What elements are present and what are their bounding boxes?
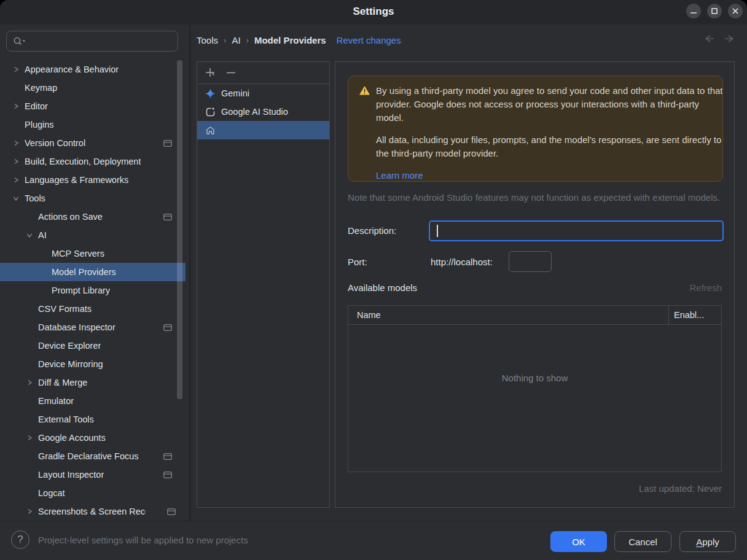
empty-state-text: Nothing to show (348, 373, 721, 383)
window-title: Settings (0, 0, 747, 25)
search-input[interactable] (6, 31, 178, 52)
breadcrumb-ai[interactable]: AI (232, 35, 240, 45)
minus-icon (225, 67, 238, 79)
close-icon (732, 7, 739, 15)
breadcrumb: Tools › AI › Model Providers Revert chan… (197, 32, 401, 48)
breadcrumb-model-providers: Model Providers (254, 35, 326, 45)
description-field[interactable] (429, 220, 724, 241)
models-table-header: Name Enabl... (348, 306, 721, 325)
settings-tree: Appearance & Behavior Keymap Editor Plug… (0, 60, 186, 521)
sidebar-item-tools[interactable]: Tools (0, 189, 186, 208)
sidebar-item-database-inspector[interactable]: Database Inspector (0, 318, 186, 336)
settings-sidebar: Appearance & Behavior Keymap Editor Plug… (0, 25, 190, 521)
apply-button[interactable]: Apply (679, 531, 736, 552)
sidebar-item-screenshots-screen-recording[interactable]: Screenshots & Screen Recordi (0, 502, 186, 521)
sidebar-item-emulator[interactable]: Emulator (0, 392, 186, 410)
back-button[interactable] (702, 33, 715, 47)
home-icon (205, 125, 216, 136)
sidebar-scrollbar[interactable] (177, 60, 182, 399)
window-icon (163, 453, 172, 460)
sidebar-item-diff-merge[interactable]: Diff & Merge (0, 373, 186, 392)
sidebar-item-ai[interactable]: AI (0, 226, 186, 244)
sidebar-item-editor[interactable]: Editor (0, 97, 186, 115)
sidebar-item-device-explorer[interactable]: Device Explorer (0, 336, 186, 355)
window-icon (163, 472, 172, 478)
last-updated-label: Last updated: Never (639, 483, 722, 494)
breadcrumb-separator-icon: › (246, 36, 249, 45)
description-label: Description: (348, 225, 396, 236)
ok-button[interactable]: OK (550, 531, 607, 552)
models-table-body: Nothing to show (348, 325, 721, 472)
add-provider-button[interactable] (205, 67, 217, 79)
sidebar-item-prompt-library[interactable]: Prompt Library (0, 281, 186, 300)
warning-icon (359, 85, 370, 98)
sidebar-item-device-mirroring[interactable]: Device Mirroring (0, 355, 186, 373)
chevron-right-icon (7, 176, 25, 184)
sidebar-item-layout-inspector[interactable]: Layout Inspector (0, 465, 186, 484)
forward-button[interactable] (724, 33, 737, 47)
cancel-button[interactable]: Cancel (614, 531, 671, 552)
close-button[interactable] (728, 4, 743, 18)
sidebar-item-google-accounts[interactable]: Google Accounts (0, 429, 186, 447)
revert-changes-link[interactable]: Revert changes (337, 35, 401, 45)
providers-toolbar (197, 62, 329, 84)
warning-paragraph-1: By using a third-party model you agree t… (376, 84, 723, 125)
learn-more-link[interactable]: Learn more (376, 170, 423, 181)
sidebar-item-mcp-servers[interactable]: MCP Servers (0, 244, 186, 263)
chevron-right-icon (21, 379, 38, 386)
sidebar-item-keymap[interactable]: Keymap (0, 79, 186, 97)
sidebar-item-languages-frameworks[interactable]: Languages & Frameworks (0, 171, 186, 189)
minimize-button[interactable] (686, 4, 701, 18)
external-models-note: Note that some Android Studio features m… (348, 192, 720, 203)
column-header-name[interactable]: Name (348, 310, 668, 320)
plus-icon (205, 67, 217, 79)
port-field[interactable] (509, 251, 552, 272)
sidebar-item-logcat[interactable]: Logcat (0, 484, 186, 502)
provider-settings-panel: By using a third-party model you agree t… (335, 61, 735, 508)
column-header-enabled[interactable]: Enabl... (669, 310, 704, 320)
ai-studio-icon (205, 107, 216, 117)
localhost-prefix: http://localhost: (431, 257, 493, 267)
refresh-button[interactable]: Refresh (689, 282, 722, 293)
settings-dialog: Settings Appearance & Behavior (0, 0, 747, 560)
chevron-right-icon (7, 158, 25, 165)
text-caret (437, 225, 438, 237)
window-icon (163, 324, 172, 331)
gemini-icon (205, 88, 216, 99)
maximize-icon (711, 7, 718, 15)
footer-hint-text: Project-level settings will be applied t… (38, 535, 248, 545)
search-icon (13, 36, 26, 46)
help-button[interactable]: ? (11, 531, 29, 549)
maximize-button[interactable] (707, 4, 722, 18)
provider-row-google-ai-studio[interactable]: Google AI Studio (197, 103, 329, 121)
providers-list-panel: Gemini Google AI Studio (197, 61, 330, 508)
chevron-down-icon (7, 195, 25, 202)
sidebar-item-plugins[interactable]: Plugins (0, 115, 186, 134)
sidebar-item-actions-on-save[interactable]: Actions on Save (0, 208, 186, 226)
sidebar-item-csv-formats[interactable]: CSV Formats (0, 300, 186, 318)
chevron-right-icon (7, 139, 25, 147)
chevron-right-icon (7, 66, 25, 73)
sidebar-item-gradle-declarative-focus[interactable]: Gradle Declarative Focus (0, 447, 186, 465)
sidebar-item-model-providers[interactable]: Model Providers (0, 263, 186, 281)
models-table: Name Enabl... Nothing to show (348, 305, 722, 472)
title-bar[interactable]: Settings (0, 0, 747, 25)
sidebar-item-version-control[interactable]: Version Control (0, 134, 186, 152)
sidebar-item-build-execution-deployment[interactable]: Build, Execution, Deployment (0, 152, 186, 171)
chevron-right-icon (21, 434, 38, 441)
minimize-icon (690, 7, 697, 15)
sidebar-item-external-tools[interactable]: External Tools (0, 410, 186, 429)
chevron-right-icon (21, 508, 38, 515)
remove-provider-button[interactable] (225, 67, 238, 79)
dialog-footer: ? Project-level settings will be applied… (0, 521, 747, 560)
window-icon (167, 508, 176, 515)
sidebar-item-appearance-behavior[interactable]: Appearance & Behavior (0, 60, 186, 79)
provider-row-new[interactable] (197, 121, 329, 139)
question-mark-icon: ? (17, 534, 23, 546)
provider-row-gemini[interactable]: Gemini (197, 84, 329, 103)
warning-paragraph-2: All data, including your files, prompts,… (376, 133, 723, 160)
available-models-label: Available models (348, 282, 417, 293)
breadcrumb-tools[interactable]: Tools (197, 35, 218, 45)
window-icon (163, 140, 172, 147)
chevron-right-icon (7, 103, 25, 110)
